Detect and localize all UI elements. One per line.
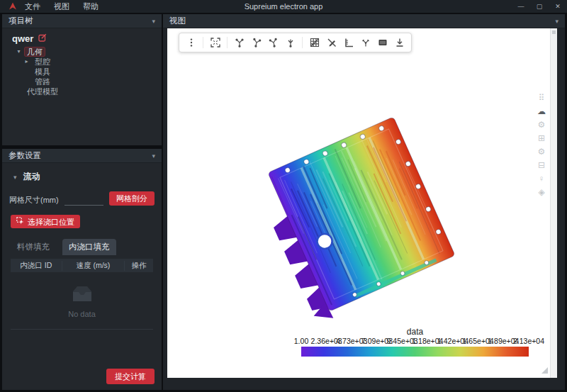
collapse-caret-icon[interactable]: ▾ (152, 152, 155, 159)
edit-project-icon[interactable] (38, 33, 47, 44)
tree-item-4[interactable]: 代理模型 (2, 86, 162, 96)
maximize-button[interactable]: ▢ (530, 0, 549, 13)
titlebar: 文件视图帮助 Supreium electron app — ▢ ✕ (0, 0, 567, 13)
app-logo-icon (9, 2, 17, 11)
select-gate-icon (16, 217, 24, 226)
project-tree-panel: 项目树 ▾ qwer ▾几何▸型腔模具管路代理模型 (2, 14, 162, 145)
empty-text: No data (2, 310, 162, 318)
collapse-caret-icon[interactable]: ▾ (555, 18, 558, 25)
mesh-divide-button[interactable]: 网格剖分 (109, 191, 155, 206)
collapse-caret-icon[interactable]: ▾ (152, 18, 155, 25)
flow-section-toggle[interactable]: ▾ 流动 (13, 171, 162, 183)
window-controls: — ▢ ✕ (512, 0, 567, 13)
fit-view-icon[interactable] (209, 37, 221, 49)
expander-icon[interactable]: ▸ (23, 58, 30, 65)
model-3d-view[interactable] (167, 28, 557, 378)
params-panel: 参数设置 ▾ ▾ 流动 网格尺寸(mm) 网格剖分 选择浇口位置 料饼填充内浇口… (2, 149, 162, 390)
scroll-button[interactable] (552, 30, 556, 34)
table-header-row: 内浇口 ID速度 (m/s)操作 (11, 259, 153, 272)
select-gate-label: 选择浇口位置 (28, 218, 74, 226)
view-panel-title: 视图 (169, 16, 186, 26)
column-header-1: 速度 (m/s) (62, 261, 125, 271)
probe-icon[interactable]: ♀ (539, 174, 545, 184)
color-legend: data 1.002.36e+034.73e+037.09e+039.45e+0… (301, 327, 529, 357)
tree-item-label: 型腔 (33, 57, 52, 66)
legend-tick: 2.13e+04 (513, 337, 544, 345)
empty-inbox-icon (68, 294, 96, 306)
viewer-side-toolbar: ⠿☁⚙⊞⚙⊟♀◈ (537, 94, 546, 197)
project-root-row[interactable]: qwer (12, 33, 162, 44)
tree-item-label: 几何 (25, 47, 45, 56)
select-gate-button[interactable]: 选择浇口位置 (11, 215, 80, 228)
bounds-icon[interactable]: ⊟ (538, 161, 545, 170)
menu-item-2[interactable]: 帮助 (83, 1, 99, 12)
scale-ruler-icon[interactable] (342, 37, 354, 49)
empty-state: No data (2, 272, 162, 318)
mesh-size-input[interactable] (64, 194, 103, 206)
project-root-label: qwer (12, 33, 33, 44)
resize-grip[interactable] (541, 367, 548, 374)
view-panel-header[interactable]: 视图 ▾ (163, 14, 565, 28)
tree-item-label: 模具 (33, 67, 52, 76)
orientation-axes-icon[interactable] (359, 37, 371, 49)
menu-item-0[interactable]: 文件 (25, 1, 40, 12)
tab-1[interactable]: 内浇口填充 (62, 239, 116, 255)
legend-ticks: 1.002.36e+034.73e+037.09e+039.45e+031.18… (301, 337, 529, 346)
menu-bar: 文件视图帮助 (25, 1, 99, 12)
fill-tabs: 料饼填充内浇口填充 (11, 239, 162, 255)
tree-item-0[interactable]: ▾几何 (2, 47, 162, 56)
canvas-scrollbar[interactable] (550, 28, 557, 378)
tree-item-label: 管路 (33, 77, 52, 86)
flow-section-label: 流动 (23, 171, 40, 183)
project-tree-header[interactable]: 项目树 ▾ (2, 14, 162, 28)
solid-model-icon[interactable]: ☁ (537, 107, 546, 116)
params-title: 参数设置 (9, 150, 41, 161)
download-icon[interactable] (393, 37, 405, 49)
mesh-size-row: 网格尺寸(mm) 网格剖分 (9, 191, 155, 206)
screenshot-icon[interactable] (376, 37, 388, 49)
axis-view-back-icon[interactable] (250, 37, 262, 49)
tree-item-2[interactable]: 模具 (2, 67, 162, 76)
viewport-canvas[interactable]: ⠿☁⚙⊞⚙⊟♀◈ data 1.002.36e+034.73e+037.09e+… (167, 28, 557, 378)
submit-calculation-button[interactable]: 提交计算 (106, 369, 155, 384)
column-header-0: 内浇口 ID (11, 261, 62, 271)
tree-body: ▾几何▸型腔模具管路代理模型 (2, 47, 162, 96)
material-icon[interactable]: ⚙ (538, 121, 546, 130)
pen-slash-icon[interactable] (325, 37, 337, 49)
project-tree-title: 项目树 (9, 16, 33, 26)
close-button[interactable]: ✕ (549, 0, 567, 13)
clip-icon[interactable]: ◈ (538, 188, 544, 197)
column-header-2: 操作 (124, 261, 153, 271)
divider (11, 329, 153, 330)
grid-table-icon[interactable]: ⊞ (538, 134, 545, 143)
axis-view-front-icon[interactable] (233, 37, 245, 49)
params-header[interactable]: 参数设置 ▾ (2, 149, 162, 163)
expander-icon[interactable]: ▾ (15, 48, 23, 55)
tab-0[interactable]: 料饼填充 (11, 239, 56, 255)
axis-view-left-icon[interactable] (267, 37, 279, 49)
axis-view-top-icon[interactable] (284, 37, 296, 49)
mesh-toggle-icon[interactable] (308, 37, 320, 49)
mesh-grid-icon[interactable]: ⠿ (539, 94, 545, 103)
menu-item-1[interactable]: 视图 (54, 1, 69, 12)
legend-tick: 1.00 (294, 337, 308, 345)
gear-icon[interactable]: ⚙ (538, 147, 546, 157)
legend-title: data (301, 327, 529, 337)
view-panel: 视图 ▾ (163, 14, 565, 390)
legend-colorbar (301, 347, 529, 357)
tree-item-3[interactable]: 管路 (2, 77, 162, 86)
tree-item-label: 代理模型 (25, 87, 60, 96)
viewport-toolbar (179, 33, 412, 52)
mesh-size-label: 网格尺寸(mm) (9, 195, 59, 206)
section-caret-icon[interactable]: ▾ (13, 174, 17, 181)
kebab-menu-icon[interactable] (185, 37, 197, 49)
minimize-button[interactable]: — (512, 0, 530, 13)
tree-item-1[interactable]: ▸型腔 (2, 57, 162, 66)
